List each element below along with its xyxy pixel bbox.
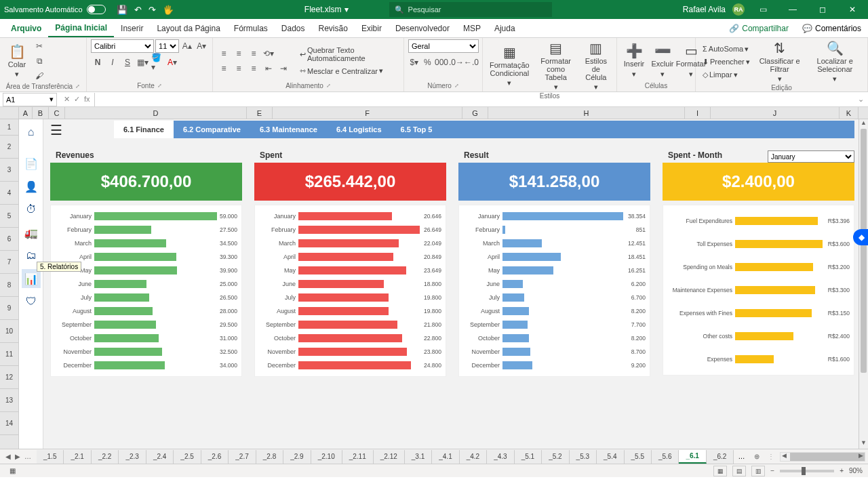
sheet-tab[interactable]: _5.6 — [652, 450, 679, 464]
select-all-corner[interactable] — [0, 107, 19, 119]
nav-truck-icon[interactable]: 🚛 — [22, 223, 41, 242]
clear-button[interactable]: ◇ Limpar ▾ — [700, 69, 753, 81]
align-right-icon[interactable]: ≡ — [247, 62, 260, 75]
zoom-in-icon[interactable]: + — [840, 467, 844, 474]
cancel-formula-icon[interactable]: ✕ — [64, 95, 70, 104]
month-select[interactable]: January — [768, 150, 854, 163]
align-middle-icon[interactable]: ≡ — [232, 47, 245, 60]
autosave-toggle[interactable]: Salvamento Automático — [4, 5, 106, 14]
page-layout-view-icon[interactable]: ▤ — [732, 466, 746, 476]
cut-icon[interactable]: ✂ — [33, 39, 46, 53]
zoom-level[interactable]: 90% — [849, 467, 863, 474]
row-header[interactable]: 10 — [0, 320, 18, 343]
sheet-tab[interactable]: _6.1 — [679, 450, 706, 464]
row-header[interactable]: 8 — [0, 274, 18, 297]
row-header[interactable]: 14 — [0, 412, 18, 435]
nav-shield-icon[interactable]: 🛡 — [22, 292, 41, 311]
row-header[interactable]: 11 — [0, 343, 18, 366]
column-header[interactable]: C — [49, 107, 65, 119]
dialog-launcher-icon[interactable]: ⤢ — [454, 83, 459, 89]
column-header[interactable]: D — [65, 107, 247, 119]
orientation-icon[interactable]: ⟲▾ — [262, 47, 275, 60]
touch-mode-icon[interactable]: 🖐 — [163, 5, 174, 15]
sheet-tab[interactable]: _4.2 — [460, 450, 487, 464]
save-icon[interactable]: 💾 — [117, 5, 127, 15]
ribbon-options-icon[interactable]: ▭ — [751, 0, 774, 19]
scroll-thumb[interactable] — [790, 453, 865, 461]
format-painter-icon[interactable]: 🖌 — [33, 69, 46, 83]
increase-decimal-icon[interactable]: .0→ — [450, 56, 463, 69]
ribbon-tab-fórmulas[interactable]: Fórmulas — [227, 19, 275, 37]
nav-gauge-icon[interactable]: ⏱ — [22, 200, 41, 219]
font-name-select[interactable]: Calibri — [91, 39, 154, 53]
sheet-tab[interactable]: _2.1 — [64, 450, 91, 464]
column-header[interactable]: A — [19, 107, 33, 119]
horizontal-scrollbar[interactable]: ◀ ▶ — [780, 452, 865, 462]
currency-icon[interactable]: $▾ — [408, 56, 420, 69]
underline-icon[interactable]: S — [121, 56, 134, 69]
insert-cells-button[interactable]: ➕Inserir▾ — [621, 42, 647, 79]
merge-center-button[interactable]: ⇿ Mesclar e Centralizar ▾ — [297, 65, 399, 77]
column-header[interactable]: G — [462, 107, 488, 119]
fill-button[interactable]: ⬇ Preencher ▾ — [700, 56, 753, 68]
row-header[interactable]: 9 — [0, 297, 18, 320]
delete-cells-button[interactable]: ➖Excluir▾ — [650, 42, 675, 79]
sheet-tab[interactable]: _5.4 — [597, 450, 624, 464]
sheet-nav-prev-icon[interactable]: ◀ — [5, 453, 11, 460]
dialog-launcher-icon[interactable]: ⤢ — [157, 83, 162, 89]
undo-icon[interactable]: ↶ — [134, 5, 142, 15]
row-header[interactable]: 5 — [0, 205, 18, 228]
decrease-indent-icon[interactable]: ⇤ — [262, 62, 275, 75]
scroll-thumb[interactable] — [861, 129, 867, 373]
sheet-tab[interactable]: _2.2 — [92, 450, 119, 464]
sheet-tab[interactable]: _4.3 — [487, 450, 514, 464]
menu-icon[interactable]: ☰ — [50, 122, 62, 138]
sheet-nav-more-icon[interactable]: … — [734, 453, 749, 460]
ribbon-tab-dados[interactable]: Dados — [275, 19, 312, 37]
increase-font-icon[interactable]: A▴ — [180, 39, 193, 53]
sheet-tab[interactable]: _5.2 — [542, 450, 569, 464]
sheet-tab[interactable]: _2.6 — [201, 450, 229, 464]
dashboard-tab[interactable]: 6.5 Top 5 — [391, 121, 442, 138]
expand-formula-icon[interactable]: ⌄ — [854, 95, 868, 104]
align-left-icon[interactable]: ≡ — [217, 62, 231, 75]
sheet-tab[interactable]: _2.8 — [256, 450, 283, 464]
sheet-tab[interactable]: _2.7 — [229, 450, 256, 464]
sheet-tab[interactable]: _2.4 — [146, 450, 174, 464]
conditional-formatting-button[interactable]: ▦Formatação Condicional ▾ — [487, 43, 532, 88]
ribbon-tab-exibir[interactable]: Exibir — [355, 19, 389, 37]
row-header[interactable]: 1 — [0, 119, 18, 136]
sheet-tab[interactable]: _2.12 — [374, 450, 405, 464]
sheet-tab[interactable]: _5.1 — [515, 450, 542, 464]
accept-formula-icon[interactable]: ✓ — [74, 95, 80, 104]
vertical-scrollbar[interactable]: ▲ ▼ — [859, 119, 868, 449]
row-header[interactable]: 7 — [0, 251, 18, 274]
sheet-tab[interactable]: _2.10 — [311, 450, 342, 464]
ribbon-tab-desenvolvedor[interactable]: Desenvolvedor — [389, 19, 456, 37]
align-center-icon[interactable]: ≡ — [232, 62, 245, 75]
sort-filter-button[interactable]: ⇅Classificar e Filtrar ▾ — [755, 39, 804, 84]
add-sheet-icon[interactable]: ⊕ — [749, 453, 765, 460]
copy-icon[interactable]: ⧉ — [33, 54, 46, 68]
ribbon-tab-arquivo[interactable]: Arquivo — [4, 19, 48, 37]
minimize-icon[interactable]: — — [781, 0, 804, 19]
nav-home-icon[interactable]: ⌂ — [22, 123, 41, 142]
sheet-tab[interactable]: _2.3 — [119, 450, 146, 464]
sheet-tab[interactable]: _5.5 — [625, 450, 652, 464]
ribbon-tab-revisão[interactable]: Revisão — [312, 19, 355, 37]
bold-icon[interactable]: N — [91, 56, 104, 69]
maximize-icon[interactable]: ◻ — [811, 0, 834, 19]
avatar[interactable]: RA — [732, 3, 745, 16]
ribbon-tab-ajuda[interactable]: Ajuda — [488, 19, 522, 37]
row-header[interactable]: 3 — [0, 159, 18, 182]
column-header[interactable]: E — [247, 107, 273, 119]
sheet-tab[interactable]: _2.11 — [342, 450, 374, 464]
fill-color-icon[interactable]: 🪣▾ — [151, 56, 164, 69]
row-header[interactable]: 2 — [0, 136, 18, 159]
dashboard-tab[interactable]: 6.4 Logistics — [327, 121, 391, 138]
redo-icon[interactable]: ↷ — [149, 5, 156, 15]
name-box[interactable]: A1▾ — [3, 93, 57, 106]
increase-indent-icon[interactable]: ⇥ — [277, 62, 290, 75]
dropbox-icon[interactable]: ◆ — [853, 229, 868, 245]
font-color-icon[interactable]: A▾ — [165, 56, 179, 69]
